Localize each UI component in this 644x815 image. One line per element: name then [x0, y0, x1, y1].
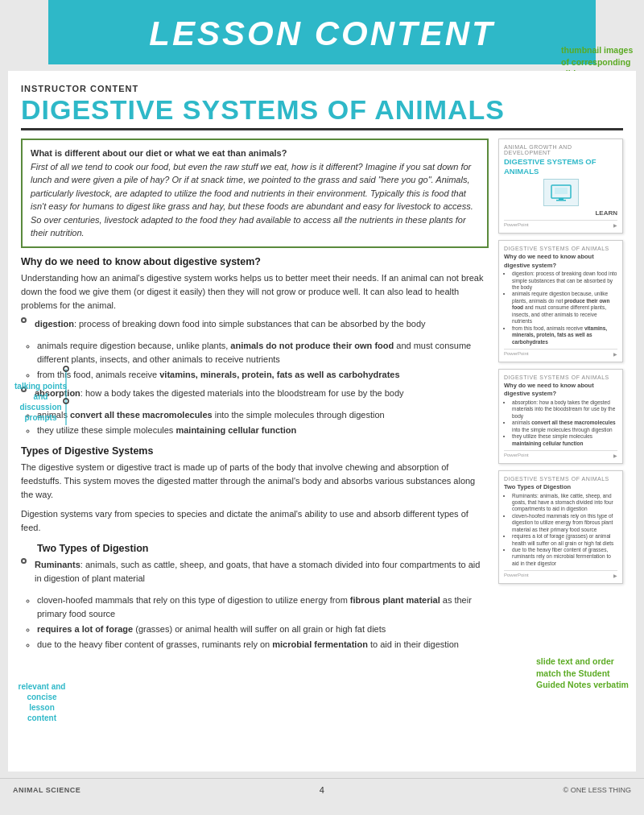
two-types-heading: Two Types of Digestion: [37, 543, 489, 554]
svg-rect-5: [556, 200, 566, 201]
list-item: cloven-hoofed mammals rely on this type …: [512, 513, 617, 533]
ruminants-def-row: Ruminants: animals, such as cattle, shee…: [21, 558, 489, 590]
thumb1-footer: PowerPoint ▶: [504, 220, 617, 228]
svg-rect-4: [559, 198, 564, 200]
thumb1-header: ANIMAL GROWTH AND DEVELOPMENT: [504, 144, 617, 155]
list-item: animals require digestion because, unlik…: [37, 339, 489, 366]
instructor-label: INSTRUCTOR CONTENT: [21, 84, 623, 93]
digestion-def-row: digestion: process of breaking down food…: [21, 317, 489, 336]
thumb2-footer: PowerPoint ▶: [504, 349, 617, 357]
list-item: digestion: process of breaking down food…: [512, 271, 617, 291]
thumb2-body: Why do we need to know about digestive s…: [504, 253, 617, 345]
green-box-question: What is different about our diet or what…: [31, 148, 287, 158]
header-banner: LESSON CONTENT: [48, 0, 596, 64]
thumb2-section: Why do we need to know about digestive s…: [504, 253, 617, 270]
list-item: requires a lot of forage (grasses) or an…: [37, 623, 489, 636]
title-underline: [21, 128, 623, 130]
thumb1-learn: LEARN: [504, 209, 617, 217]
thumb4-footer-right: ▶: [613, 573, 617, 578]
right-col: ANIMAL GROWTH AND DEVELOPMENT DIGESTIVE …: [498, 139, 623, 656]
list-item: from this food, animals receive vitamins…: [512, 325, 617, 345]
list-item: animals convert all these macromolecules…: [37, 408, 489, 422]
list-item: Ruminants: animals, like cattle, sheep, …: [512, 493, 617, 513]
page-footer: ANIMAL SCIENCE 4 © ONE LESS THING: [0, 778, 644, 800]
list-item: animals convert all these macromolecules…: [512, 420, 617, 433]
section1-body: Understanding how an animal's digestive …: [21, 271, 489, 312]
digestion-subitems: animals require digestion because, unlik…: [37, 339, 489, 382]
thumbnail-slide-1: ANIMAL GROWTH AND DEVELOPMENT DIGESTIVE …: [498, 139, 623, 234]
thumb2-footer-right: ▶: [613, 351, 617, 357]
list-item: animals require digestion because, unlik…: [512, 291, 617, 325]
thumb4-body: Two Types of Digestion Ruminants: animal…: [504, 483, 617, 567]
main-content: INSTRUCTOR CONTENT DIGESTIVE SYSTEMS OF …: [8, 71, 636, 772]
green-box-body: First of all we tend to cook our food, b…: [31, 162, 473, 238]
ruminants-subitems: cloven-hoofed mammals that rely on this …: [37, 594, 489, 652]
thumb1-icon: [543, 179, 579, 206]
thumb1-footer-left: PowerPoint: [504, 222, 529, 228]
section2-body2: Digestion systems vary from species to s…: [21, 507, 489, 535]
list-item: due to the heavy fiber content of grasse…: [37, 638, 489, 652]
page-wrapper: LESSON CONTENT thumbnail images of corre…: [0, 0, 644, 815]
thumb3-body: Why do we need to know about digestive s…: [504, 382, 617, 447]
thumb3-footer-right: ▶: [613, 453, 617, 458]
list-item: from this food, animals receive vitamins…: [37, 368, 489, 382]
absorption-def-text: absorption: how a body takes the digeste…: [35, 387, 404, 400]
thumb3-section: Why do we need to know about digestive s…: [504, 382, 617, 399]
footer-page-number: 4: [320, 785, 324, 795]
thumbnail-slide-3: DIGESTIVE SYSTEMS OF ANIMALS Why do we n…: [498, 369, 623, 464]
list-item: they utilize these simple molecules main…: [512, 433, 617, 447]
digestion-def-text: digestion: process of breaking down food…: [35, 317, 426, 331]
thumb3-list: absorption: how a body takes the digeste…: [512, 399, 617, 447]
thumb4-header: DIGESTIVE SYSTEMS OF ANIMALS: [504, 476, 617, 482]
section2-body1: The digestive system or digestive tract …: [21, 461, 489, 502]
green-box: What is different about our diet or what…: [21, 139, 489, 248]
thumb2-list: digestion: process of breaking down food…: [512, 271, 617, 345]
ruminants-def-text: Ruminants: animals, such as cattle, shee…: [35, 558, 489, 585]
absorption-subitems: animals convert all these macromolecules…: [37, 408, 489, 437]
thumb2-header: DIGESTIVE SYSTEMS OF ANIMALS: [504, 246, 617, 251]
thumbnail-slide-2: DIGESTIVE SYSTEMS OF ANIMALS Why do we n…: [498, 240, 623, 362]
content-layout: What is different about our diet or what…: [21, 139, 623, 656]
thumb4-list: Ruminants: animals, like cattle, sheep, …: [512, 493, 617, 568]
thumb4-section: Two Types of Digestion: [504, 483, 617, 492]
bullet-dot-ruminants: [21, 558, 27, 564]
page-title: DIGESTIVE SYSTEMS OF ANIMALS: [21, 95, 623, 125]
thumb3-footer-left: PowerPoint: [504, 453, 529, 458]
thumb4-footer: PowerPoint ▶: [504, 570, 617, 578]
bullet-dot-digestion: [21, 317, 27, 323]
slide-text-annotation: slide text and order match the Student G…: [536, 656, 633, 691]
list-item: absorption: how a body takes the digeste…: [512, 399, 617, 420]
thumb1-title: DIGESTIVE SYSTEMS OF ANIMALS: [504, 157, 617, 176]
thumb1-footer-right: ▶: [613, 222, 617, 228]
section2-heading: Types of Digestive Systems: [21, 445, 489, 457]
footer-right: © ONE LESS THING: [564, 786, 632, 794]
list-item: they utilize these simple molecules main…: [37, 424, 489, 437]
talking-points-annotation: talking points and discussion prompts: [14, 381, 67, 423]
list-item: due to the heavy fiber content of grasse…: [512, 547, 617, 567]
thumb3-footer: PowerPoint ▶: [504, 450, 617, 458]
footer-left: ANIMAL SCIENCE: [13, 786, 80, 794]
svg-rect-3: [555, 188, 568, 194]
absorption-def-row: absorption: how a body takes the digeste…: [21, 387, 489, 405]
list-item: requires a lot of forage (grasses) or an…: [512, 533, 617, 547]
thumb2-footer-left: PowerPoint: [504, 351, 529, 357]
relevant-annotation: relevant and concise lesson content: [14, 681, 69, 723]
thumb4-footer-left: PowerPoint: [504, 573, 529, 578]
left-col: What is different about our diet or what…: [21, 139, 489, 656]
list-item: cloven-hoofed mammals that rely on this …: [37, 594, 489, 621]
thumbnail-slide-4: DIGESTIVE SYSTEMS OF ANIMALS Two Types o…: [498, 470, 623, 584]
thumb3-header: DIGESTIVE SYSTEMS OF ANIMALS: [504, 374, 617, 380]
section1-heading: Why do we need to know about digestive s…: [21, 256, 489, 267]
banner-title: LESSON CONTENT: [56, 14, 588, 53]
